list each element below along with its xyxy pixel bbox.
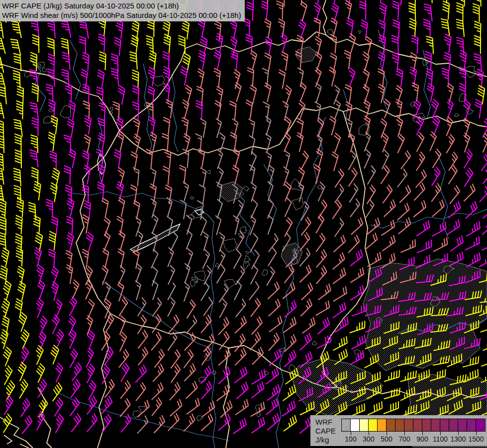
weather-map-frame: WRF CAPE (J/kg) Saturday 04-10-2025 00:0… [0,0,487,448]
cape-tick [440,432,441,435]
cape-colorbar-cell [440,419,449,431]
title-line-cape: WRF CAPE (J/kg) Saturday 04-10-2025 00:0… [2,1,241,10]
cape-colorbar-cell [467,419,476,431]
cape-tick [422,432,423,435]
cape-colorbar-cell [449,419,458,431]
cape-colorbar-cell [413,419,422,431]
cape-tick-label: 300 [363,435,374,443]
legend-label-variable: CAPE [315,427,336,436]
cape-colorbar-cell [342,419,351,431]
cape-colorbar-cell [476,419,485,431]
cape-colorbar-cell [431,419,440,431]
cape-tick-label: 500 [381,435,392,443]
cape-colorbar-cell [458,419,467,431]
title-overlay: WRF CAPE (J/kg) Saturday 04-10-2025 00:0… [0,0,245,21]
cape-tick-label: 1500 [468,435,484,443]
cape-colorbar-cell [387,419,395,431]
cape-tick [387,432,387,435]
cape-tick [404,432,405,435]
cape-tick-label: 100 [345,435,356,443]
cape-tick-label: 900 [416,435,428,443]
legend-label-model: WRF [315,418,336,427]
cape-tick-label: 700 [398,435,410,443]
title-line-shear: WRF Wind shear (m/s) 500/1000hPa Saturda… [2,10,241,20]
cape-colorbar-cell [395,419,404,431]
cape-colorbar-cell [404,419,413,431]
cape-colorbar-cell [369,419,378,431]
cape-tick-label: 1300 [450,435,466,443]
map-canvas [0,0,487,448]
legend-label-unit: J/kg [315,436,336,445]
cape-tick-label: 1100 [433,435,448,443]
cape-tick [458,432,459,435]
cape-colorbar-cell [351,419,360,431]
cape-tick [476,432,477,435]
cape-legend: WRF CAPE J/kg 10030050070090011001300150… [310,415,487,446]
cape-colorbar-wrap: 100300500700900110013001500 [341,419,486,444]
cape-colorbar-cell [360,419,369,431]
cape-colorbar [341,419,486,432]
cape-colorbar-cell [422,419,431,431]
cape-legend-labels: WRF CAPE J/kg [315,418,336,444]
cape-tick [369,432,369,435]
cape-tick [351,432,351,435]
cape-colorbar-cell [378,419,387,431]
